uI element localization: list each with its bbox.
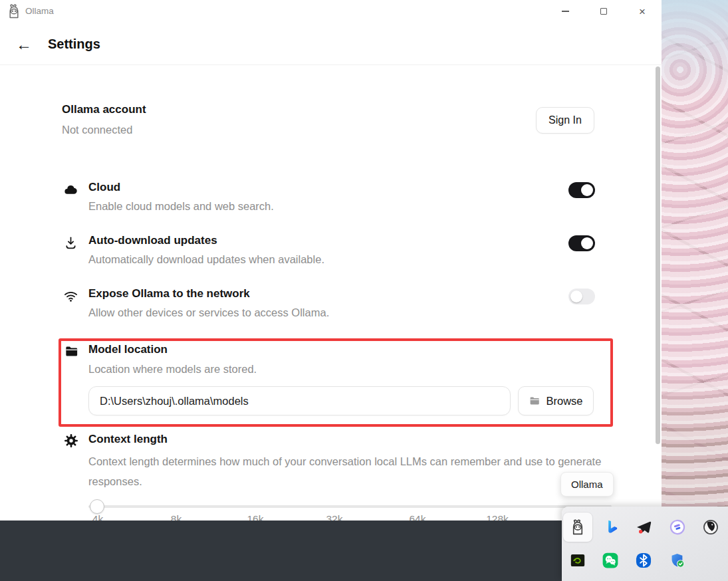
settings-header: ← Settings [0,24,662,65]
account-section-title: Ollama account [62,103,146,116]
setting-description: Allow other devices or services to acces… [88,306,595,319]
ollama-settings-window: Ollama × ← Settings Ollama account Not c… [0,0,662,521]
download-icon [63,235,78,251]
context-length-slider-knob[interactable] [90,499,104,514]
tray-icon-telegram[interactable] [629,513,658,542]
cloud-toggle[interactable] [568,182,595,198]
titlebar: Ollama × [0,0,662,24]
tray-icon-nvidia[interactable] [563,546,592,575]
gear-icon [63,433,79,449]
setting-row-cloud: Cloud Enable cloud models and web search… [62,181,595,222]
tray-icon-ollama[interactable] [563,513,592,542]
slider-tick-16k: 16k [247,513,264,521]
ollama-logo-icon [6,3,22,19]
model-location-title: Model location [88,343,168,356]
setting-description: Enable cloud models and web search. [88,200,595,213]
toggle-knob [570,290,582,302]
context-length-slider-track[interactable] [88,505,612,508]
maximize-button[interactable] [584,0,623,23]
tray-icon-wechat[interactable] [596,546,625,575]
setting-row-expose-network: Expose Ollama to the network Allow other… [62,287,595,328]
browse-label: Browse [546,395,582,407]
setting-row-auto-download: Auto-download updates Automatically down… [62,234,595,275]
context-length-description: Context length determines how much of yo… [88,451,602,491]
window-title: Ollama [25,6,54,16]
slider-tick-4k: 4k [92,513,103,521]
minimize-button[interactable] [546,0,584,23]
wifi-icon [63,289,78,304]
ollama-tray-tooltip: Ollama [560,472,614,497]
slider-tick-64k: 64k [410,513,426,521]
maximize-icon [600,8,607,15]
context-length-title: Context length [88,433,168,446]
close-icon: × [639,6,646,17]
auto-download-toggle[interactable] [568,235,595,251]
tray-icon-windows-security[interactable] [663,546,692,575]
sign-in-button[interactable]: Sign In [536,107,594,134]
setting-description: Automatically download updates when avai… [88,253,595,266]
system-tray-flyout [562,507,728,581]
window-controls: × [546,0,662,23]
tray-icon-bluetooth[interactable] [629,546,658,575]
slider-tick-8k: 8k [171,513,182,521]
toggle-knob [581,184,593,196]
account-status: Not connected [62,124,132,136]
model-path-input[interactable] [88,386,511,415]
setting-title: Cloud [88,181,595,194]
scrollbar-thumb[interactable] [656,66,660,444]
minimize-icon [562,11,569,11]
cloud-icon [63,182,78,197]
slider-tick-32k: 32k [326,513,343,521]
setting-title: Auto-download updates [88,234,595,247]
wallpaper-cherry-blossom [662,0,728,581]
folder-icon [64,344,79,359]
browse-folder-icon [529,395,541,407]
model-location-description: Location where models are stored. [88,363,257,376]
toggle-knob [581,237,593,249]
tray-icon-penguin[interactable] [696,513,725,542]
tray-icon-bing[interactable] [596,513,626,542]
expose-network-toggle[interactable] [568,289,595,304]
browse-button[interactable]: Browse [518,386,594,415]
slider-tick-128k: 128k [486,513,509,521]
page-title: Settings [48,37,100,52]
setting-title: Expose Ollama to the network [88,287,595,300]
back-arrow-button[interactable]: ← [16,37,32,53]
close-button[interactable]: × [623,0,662,23]
tray-icon-app-purple[interactable] [663,513,692,542]
